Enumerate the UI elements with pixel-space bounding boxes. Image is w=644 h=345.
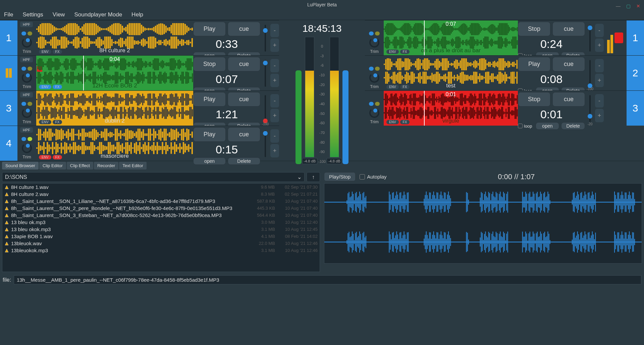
menu-settings[interactable]: Settings	[22, 11, 43, 18]
step-plus[interactable]: +	[270, 109, 279, 122]
waveform[interactable]: ENV FX 8H culture 2	[36, 20, 193, 55]
step-plus[interactable]: +	[595, 39, 604, 52]
path-dropdown[interactable]: D:\SONS ⌄	[2, 172, 305, 182]
hpf-button[interactable]: HPF	[20, 22, 33, 27]
volume-slider[interactable]	[260, 56, 270, 91]
trim-knob[interactable]	[369, 38, 379, 48]
tab-sound-browser[interactable]: Sound Browser	[2, 162, 39, 169]
step-minus[interactable]: -	[270, 24, 279, 37]
file-row[interactable]: 13 bleu okok.mp3 3.1 MB10 Aug '21 12:45	[2, 226, 320, 233]
tab-text-editor[interactable]: Text Editor	[119, 162, 146, 169]
volume-slider[interactable]	[260, 20, 270, 56]
volume-slider[interactable]: -20	[585, 91, 595, 126]
volume-slider[interactable]	[585, 20, 595, 56]
waveform[interactable]: ENV FX masorciere	[36, 126, 193, 161]
cue-button[interactable]: cue	[228, 92, 260, 107]
waveform[interactable]: 0:04 ENV FX 12H Ecole BOB 2	[36, 56, 193, 90]
close-icon[interactable]: ✕	[635, 1, 641, 7]
preview-play-stop-button[interactable]: Play/Stop	[324, 172, 356, 181]
file-row[interactable]: 13apie BOB 1.wav 4.1 MB08 Feb '21 14:02	[2, 233, 320, 240]
preview-waveform[interactable]	[324, 183, 642, 264]
autoplay-checkbox[interactable]	[360, 174, 365, 180]
waveform[interactable]: ENV FX test	[384, 56, 518, 90]
minimize-icon[interactable]: —	[615, 1, 621, 7]
cue-button[interactable]: cue	[228, 22, 260, 36]
hpf-button[interactable]: HPF	[20, 127, 33, 133]
step-minus[interactable]: -	[270, 129, 279, 143]
cart-number[interactable]: 3	[627, 91, 644, 126]
maximize-icon[interactable]: ▢	[625, 1, 631, 7]
up-button[interactable]: ↑	[307, 172, 320, 182]
file-row[interactable]: 8h__Saint_Laurent__SON_3_Esteban_--NET_a…	[2, 212, 320, 219]
tab-clip-effect[interactable]: Clip Effect	[67, 162, 93, 169]
autoplay-toggle[interactable]: Autoplay	[360, 174, 386, 180]
play-stop-button[interactable]: Play	[518, 57, 550, 71]
play-stop-button[interactable]: Play	[193, 92, 226, 107]
menu-view[interactable]: View	[53, 11, 65, 18]
file-row[interactable]: 13bleuokok.mp3 3.1 MB10 Aug '21 12:46	[2, 247, 320, 254]
svg-rect-857	[403, 25, 404, 34]
cue-button[interactable]: cue	[552, 92, 585, 107]
trim-knob[interactable]	[22, 143, 32, 153]
cart-number[interactable]: 1	[0, 20, 17, 55]
tab-clip-editor[interactable]: Clip Editor	[39, 162, 66, 169]
step-plus[interactable]: +	[595, 109, 604, 122]
step-plus[interactable]: +	[270, 144, 279, 157]
waveform[interactable]: 0:07 ENV FX on a plus le droit au bar	[384, 20, 518, 55]
svg-rect-359	[113, 75, 114, 80]
file-list[interactable]: 8H culture 1.wav 9.6 MB02 Sep '21 07:30 …	[2, 183, 320, 272]
trim-knob[interactable]	[369, 108, 379, 118]
loop-toggle[interactable]: loop	[518, 124, 532, 129]
volume-slider[interactable]: -100	[260, 91, 270, 126]
step-minus[interactable]: -	[595, 24, 604, 37]
open-button[interactable]: open	[193, 157, 226, 165]
play-stop-button[interactable]: Stop	[193, 57, 226, 71]
file-row[interactable]: 8h__Saint_Laurent__SON_2_pere_Bondele_--…	[2, 205, 320, 212]
menu-soundplayer-mode[interactable]: Soundplayer Mode	[74, 11, 122, 18]
file-row[interactable]: 8H culture 1.wav 9.6 MB02 Sep '21 07:30	[2, 184, 320, 191]
menu-file[interactable]: File	[4, 11, 13, 18]
play-stop-button[interactable]: Play	[193, 127, 226, 142]
file-row[interactable]: 13 bleu ok.mp3 3.0 MB10 Aug '21 12:40	[2, 219, 320, 226]
file-row[interactable]: 13bleuok.wav 22.0 MB10 Aug '21 12:46	[2, 240, 320, 247]
menu-help[interactable]: Help	[131, 11, 143, 18]
cue-button[interactable]: cue	[552, 57, 585, 71]
delete-button[interactable]: Delete	[561, 122, 585, 130]
open-button[interactable]: open	[536, 122, 559, 130]
cue-button[interactable]: cue	[228, 57, 260, 71]
tab-recorder[interactable]: Recorder	[94, 162, 118, 169]
trim-knob[interactable]	[369, 73, 379, 83]
play-stop-button[interactable]: Stop	[518, 22, 550, 36]
play-stop-button[interactable]: Stop	[518, 92, 550, 107]
waveform[interactable]: 0:01 ENV FX virgule	[384, 91, 518, 126]
file-row[interactable]: 8H culture 2.wav 8.3 MB02 Sep '21 07:21	[2, 191, 320, 198]
trim-knob[interactable]	[22, 38, 32, 48]
waveform[interactable]: ENV FX dublin 2	[36, 91, 193, 126]
step-minus[interactable]: -	[595, 94, 604, 108]
cue-button[interactable]: cue	[228, 127, 260, 142]
play-stop-button[interactable]: Play	[193, 22, 226, 36]
hpf-button[interactable]: HPF	[20, 57, 33, 62]
step-plus[interactable]: +	[595, 74, 604, 87]
svg-rect-117	[83, 37, 85, 49]
svg-rect-409	[179, 77, 180, 78]
trim-knob[interactable]	[22, 73, 32, 83]
hpf-button[interactable]: HPF	[20, 92, 33, 97]
cue-button[interactable]: cue	[552, 22, 585, 36]
step-minus[interactable]: -	[270, 59, 279, 72]
file-row[interactable]: 8h__Saint_Laurent__SON_1_Liliane_--NET_a…	[2, 198, 320, 205]
cart-number[interactable]	[0, 56, 17, 90]
volume-slider[interactable]: -100	[585, 56, 595, 91]
cart-number[interactable]: 2	[627, 56, 644, 90]
cart-number[interactable]: 3	[0, 91, 17, 126]
trim-knob[interactable]	[22, 108, 32, 118]
volume-slider[interactable]	[260, 126, 270, 161]
delete-button[interactable]: Delete	[228, 157, 260, 165]
step-plus[interactable]: +	[270, 39, 279, 52]
step-minus[interactable]: -	[595, 59, 604, 72]
cart-number[interactable]: 1	[627, 20, 644, 55]
step-minus[interactable]: -	[270, 94, 279, 108]
step-plus[interactable]: +	[270, 74, 279, 87]
file-input[interactable]: 13h__Messe__AMB_1_pere_paulin_--NET_c06f…	[14, 275, 641, 284]
cart-number[interactable]: 4	[0, 126, 17, 161]
